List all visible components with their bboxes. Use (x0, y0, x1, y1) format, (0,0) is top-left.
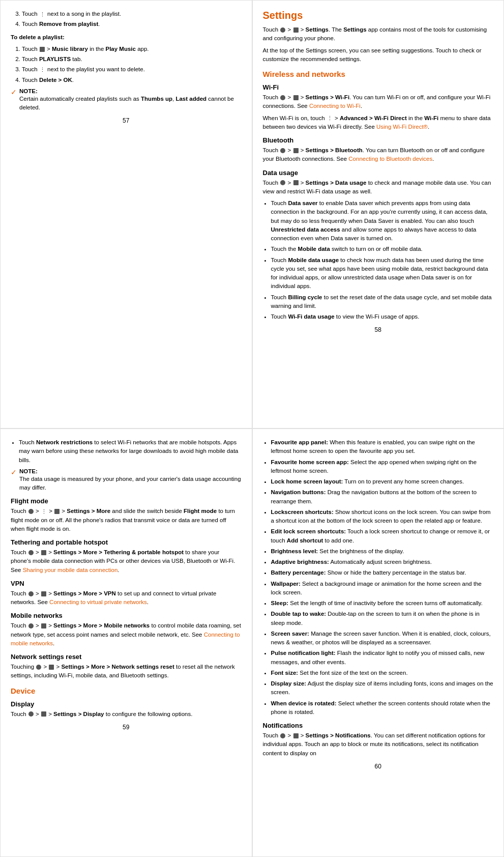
page-number-57: 57 (11, 117, 242, 124)
network-restrictions-list: Touch Network restrictions to select Wi-… (11, 438, 242, 465)
grid-icon (293, 148, 299, 153)
list-item: Touch Billing cycle to set the reset dat… (271, 293, 494, 311)
pages-container: Touch ⋮ next to a song in the playlist. … (0, 0, 504, 857)
bluetooth-heading: Bluetooth (263, 136, 494, 144)
home-icon (280, 95, 285, 100)
note-text: Certain automatically created playlists … (19, 96, 234, 110)
music-library-icon (40, 47, 45, 52)
display-heading: Display (11, 700, 242, 708)
list-item: Double tap to wake: Double-tap on the sc… (271, 610, 494, 627)
data-usage-intro: Touch > > Settings > Data usage to check… (263, 179, 494, 196)
home-icon (280, 733, 285, 738)
page-60: Favourite app panel: When this feature i… (252, 428, 505, 857)
page-number-59: 59 (11, 724, 242, 731)
note-box: ✓ NOTE: Certain automatically created pl… (11, 88, 242, 112)
grid-icon (293, 95, 299, 100)
data-usage-heading: Data usage (263, 169, 494, 177)
list-item: Edit lock screen shortcuts: Touch a lock… (271, 527, 494, 545)
list-item: Sleep: Set the length of time of inactiv… (271, 599, 494, 608)
vpn-heading: VPN (11, 580, 242, 587)
note-text: The data usage is measured by your phone… (19, 476, 241, 491)
home-icon (28, 509, 34, 514)
tethering-para: Touch > > Settings > More > Tethering & … (11, 548, 242, 575)
delete-playlist-heading: To delete a playlist: (11, 33, 242, 42)
list-item: Touch Network restrictions to select Wi-… (19, 438, 242, 465)
grid-icon (41, 623, 46, 629)
dots-icon: ⋮ (327, 114, 333, 123)
list-item: Screen saver: Manage the screen saver fu… (271, 630, 494, 647)
wifi-direct-link: Using Wi-Fi Direct® (376, 124, 428, 130)
grid-icon (41, 591, 46, 596)
home-icon (28, 591, 34, 596)
note-label: NOTE: (19, 88, 38, 94)
note-icon: ✓ (11, 88, 17, 96)
bluetooth-para: Touch > > Settings > Bluetooth. You can … (263, 146, 494, 164)
vpn-para: Touch > > Settings > More > VPN to set u… (11, 589, 242, 607)
list-item: Battery percentage: Show or hide the bat… (271, 568, 494, 577)
list-item: Touch PLAYLISTS tab. (22, 55, 242, 64)
flight-mode-para: Touch > ⋮ > > Settings > More and slide … (11, 507, 242, 533)
home-icon (28, 623, 34, 629)
list-item: Adaptive brightness: Automatically adjus… (271, 558, 494, 566)
grid-icon (41, 550, 46, 555)
mobile-networks-link: Connecting to mobile networks (11, 632, 240, 646)
delete-playlist-steps: Touch > Music library in the Play Music … (11, 45, 242, 84)
list-item: Lockscreen shortcuts: Show shortcut icon… (271, 508, 494, 526)
page-57: Touch ⋮ next to a song in the playlist. … (0, 0, 252, 428)
display-para: Touch > > Settings > Display to configur… (11, 710, 242, 719)
list-item: Navigation buttons: Drag the navigation … (271, 488, 494, 506)
notifications-para: Touch > > Settings > Notifications. You … (263, 731, 494, 758)
list-item: Touch Wi-Fi data usage to view the Wi-Fi… (271, 312, 494, 321)
grid-icon (293, 27, 299, 33)
home-icon (28, 711, 34, 717)
list-item: Touch the Mobile data switch to turn on … (271, 245, 494, 253)
notifications-heading: Notifications (263, 722, 494, 729)
list-item: Favourite home screen app: Select the ap… (271, 458, 494, 476)
grid-icon (293, 180, 299, 185)
list-item: Touch ⋮ next to a song in the playlist. (22, 10, 242, 18)
bluetooth-link: Connecting to Bluetooth devices (348, 156, 432, 162)
wifi-link: Connecting to Wi-Fi (309, 103, 361, 109)
wireless-networks-heading: Wireless and networks (263, 70, 494, 78)
list-item: Font size: Set the font size of the text… (271, 669, 494, 677)
list-item: Pulse notification light: Flash the indi… (271, 649, 494, 667)
grid-icon (54, 509, 60, 514)
list-item: Touch Remove from playlist. (22, 20, 242, 28)
note-icon: ✓ (11, 468, 17, 476)
list-item: Touch Delete > OK. (22, 76, 242, 84)
vpn-link: Connecting to virtual private networks (49, 599, 147, 605)
wifi-para-2: When Wi-Fi is on, touch ⋮ > Advanced > W… (263, 114, 494, 132)
list-item: Favourite app panel: When this feature i… (271, 438, 494, 456)
network-reset-heading: Network settings reset (11, 653, 242, 661)
home-icon (280, 180, 285, 185)
tethering-heading: Tethering and portable hotspot (11, 538, 242, 546)
dots-icon: ⋮ (40, 10, 45, 19)
page-number-60: 60 (263, 763, 494, 770)
dots-icon: ⋮ (41, 507, 47, 516)
grid-icon (49, 665, 54, 670)
flight-mode-heading: Flight mode (11, 497, 242, 505)
page-59: Touch Network restrictions to select Wi-… (0, 428, 252, 857)
settings-intro-2: At the top of the Settings screen, you c… (263, 46, 494, 64)
list-item: Display size: Adjust the display size of… (271, 679, 494, 697)
home-icon (36, 665, 41, 670)
list-item: Touch > Music library in the Play Music … (22, 45, 242, 53)
list-item: Touch ⋮ next to the playlist you want to… (22, 65, 242, 74)
data-usage-list: Touch Data saver to enable Data saver wh… (263, 199, 494, 321)
home-icon (28, 550, 34, 555)
grid-icon (41, 711, 46, 717)
settings-intro-1: Touch > > Settings. The Settings app con… (263, 25, 494, 43)
note-box-data-usage: ✓ NOTE: The data usage is measured by yo… (11, 468, 242, 493)
page-number-58: 58 (263, 326, 494, 333)
settings-title: Settings (263, 10, 494, 21)
device-heading: Device (11, 687, 242, 695)
list-item: Brightness level: Set the brightness of … (271, 547, 494, 556)
mobile-networks-heading: Mobile networks (11, 612, 242, 619)
wifi-heading: Wi-Fi (263, 83, 494, 91)
network-reset-para: Touching > > Settings > More > Network s… (11, 663, 242, 680)
list-item: When device is rotated: Select whether t… (271, 699, 494, 717)
dots-icon: ⋮ (40, 66, 45, 74)
mobile-networks-para: Touch > > Settings > More > Mobile netwo… (11, 621, 242, 648)
home-icon (280, 148, 285, 153)
grid-icon (293, 733, 299, 738)
